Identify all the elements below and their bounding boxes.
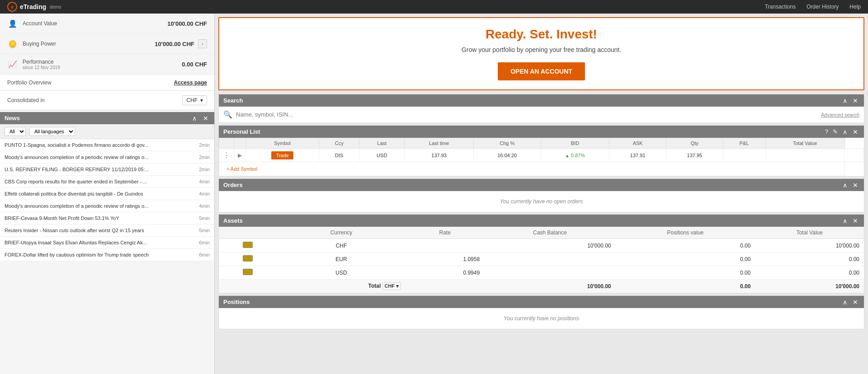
currency-dropdown[interactable]: CHF ▾ [182,95,207,105]
personal-list-collapse-btn[interactable]: ∧ [841,129,849,135]
orders-collapse-btn[interactable]: ∧ [841,182,849,188]
search-close-btn[interactable]: ✕ [851,98,859,104]
total-label-text: Total [368,283,381,289]
performance-value: 0.00 CHF [182,61,207,68]
logo-text: eTrading [20,3,46,10]
personal-list-edit-btn[interactable]: ✎ [832,128,839,135]
assets-row: EUR 1.0958 0.00 0.00 [219,252,864,266]
assets-row: USD 0.9949 0.00 0.00 [219,266,864,280]
trade-button[interactable]: Trade [271,151,293,159]
advanced-search-link[interactable]: Advanced search [821,112,859,117]
up-arrow-icon: ▲ [565,153,570,158]
news-item[interactable]: FOREX-Dollar lifted by cautious optimism… [0,249,214,261]
news-item-time: 4min [199,179,210,184]
assets-row-rate [406,239,484,252]
assets-table: Currency Rate Cash Balance Positions val… [219,227,864,293]
assets-col-icon [219,227,277,239]
assets-close-btn[interactable]: ✕ [851,218,859,224]
logo: e eTrading demo [7,2,61,12]
assets-row-icon [219,239,277,252]
news-item[interactable]: Effetti collaterali politica Bce diventa… [0,188,214,200]
orders-panel: Orders ∧ ✕ You currently have no open or… [218,178,864,212]
news-list: PUNTO 1-Spagna, socialisti e Podemos fir… [0,139,214,261]
news-item[interactable]: BRIEF-Utopya Insaat Says Elvan Altuntas … [0,237,214,249]
col-ccy: Ccy [319,138,359,149]
news-item-text: BRIEF-Cevasa 9-Month Net Profit Down 53.… [5,215,176,221]
assets-row: CHF 10'000.00 0.00 10'000.00 [219,239,864,252]
performance-icon: 📈 [7,59,18,70]
help-link[interactable]: Help [849,4,861,10]
promo-title: Ready. Set. Invest! [228,27,854,42]
news-item[interactable]: Moody's announces completion of a period… [0,151,214,164]
news-item-text: U.S. REFINERY FILING - BORGER REFINERY 1… [5,167,176,172]
personal-list-table: Symbol Ccy Last Last time Chg % BID ASK … [219,138,864,176]
main-layout: 👤 Account Value 10'000.00 CHF 🪙 Buying P… [0,14,868,374]
transactions-link[interactable]: Transactions [765,4,796,10]
personal-list-close-btn[interactable]: ✕ [851,129,859,135]
table-row: ⋮ ▶ Trade DIS USD 137.93 16:04:20 ▲ 0.87… [219,149,864,162]
orders-close-btn[interactable]: ✕ [851,182,859,188]
assets-panel: Assets ∧ ✕ Currency Rate Cash Balance Po… [218,214,864,294]
news-item-time: 2min [199,142,210,148]
access-page-link[interactable]: Access page [174,79,207,86]
search-collapse-btn[interactable]: ∧ [841,98,849,104]
news-item-time: 4min [199,191,210,196]
row-chg-pct: ▲ 0.87% [541,149,609,162]
search-icon: 🔍 [223,110,232,119]
news-item[interactable]: CBS Corp reports results for the quarter… [0,176,214,188]
news-item[interactable]: Moody's announces completion of a period… [0,200,214,212]
row-menu-dots[interactable]: ⋮ [219,149,234,162]
assets-row-currency: USD [277,266,406,280]
news-item-time: 5min [199,228,210,233]
personal-list-header: Personal List ? ✎ ∧ ✕ [219,126,864,138]
news-item[interactable]: BRIEF-Cevasa 9-Month Net Profit Down 53.… [0,212,214,224]
open-account-button[interactable]: OPEN AN ACCOUNT [498,62,585,80]
assets-header: Assets ∧ ✕ [219,215,864,227]
col-pl: P&L [723,138,765,149]
personal-list-panel: Personal List ? ✎ ∧ ✕ Symbol Ccy Last [218,125,864,177]
assets-collapse-btn[interactable]: ∧ [841,218,849,224]
news-collapse-btn[interactable]: ∧ [191,115,198,122]
row-trade-btn-cell: Trade [246,149,319,162]
search-input[interactable] [236,111,817,118]
add-symbol-button[interactable]: + Add Symbol [223,164,261,173]
consolidated-in-label: Consolidated in [7,97,45,103]
assets-row-positions-value: 0.00 [616,239,755,252]
news-language-filter[interactable]: All languages [29,127,75,136]
news-item-text: BRIEF-Utopya Insaat Says Elvan Altuntas … [5,240,176,245]
news-category-filter[interactable]: All [5,127,26,136]
currency-chevron-icon: ▾ [200,97,203,103]
news-controls: ∧ ✕ [191,115,210,122]
assets-row-icon [219,266,277,280]
orders-header: Orders ∧ ✕ [219,179,864,191]
buying-power-icon: 🪙 [7,38,18,49]
news-item[interactable]: PUNTO 1-Spagna, socialisti e Podemos fir… [0,139,214,151]
order-history-link[interactable]: Order History [807,4,839,10]
buying-power-expand-btn[interactable]: › [198,39,207,48]
positions-close-btn[interactable]: ✕ [851,299,859,305]
search-panel-controls: ∧ ✕ [841,98,859,104]
personal-list-controls: ? ✎ ∧ ✕ [824,128,859,135]
assets-row-total-value: 0.00 [755,266,864,280]
news-close-btn[interactable]: ✕ [202,115,210,122]
news-item-text: Moody's announces completion of a period… [5,154,176,160]
personal-list-help-btn[interactable]: ? [824,128,829,135]
assets-title: Assets [223,217,243,224]
positions-collapse-btn[interactable]: ∧ [841,299,849,305]
promo-banner: Ready. Set. Invest! Grow your portfolio … [218,17,864,90]
assets-row-cash-balance [484,252,615,266]
total-currency-select[interactable]: CHF ▾ [382,282,401,290]
search-panel-header: Search ∧ ✕ [219,94,864,107]
news-item[interactable]: Reuters Insider - Nissan cuts outlook af… [0,224,214,237]
row-last: 137.93 [405,149,474,162]
logo-demo: demo [50,5,61,9]
assets-row-icon [219,252,277,266]
orders-empty-msg: You currently have no open orders [219,191,864,212]
row-expand-arrow[interactable]: ▶ [234,149,246,162]
consolidated-in-row: Consolidated in CHF ▾ [0,91,214,110]
performance-row: 📈 Performance since 12 Nov 2019 0.00 CHF [0,54,214,75]
row-qty [723,149,765,162]
row-bid: 137.91 [609,149,666,162]
positions-empty-msg: You currently have no positions [219,308,864,329]
news-item[interactable]: U.S. REFINERY FILING - BORGER REFINERY 1… [0,164,214,176]
